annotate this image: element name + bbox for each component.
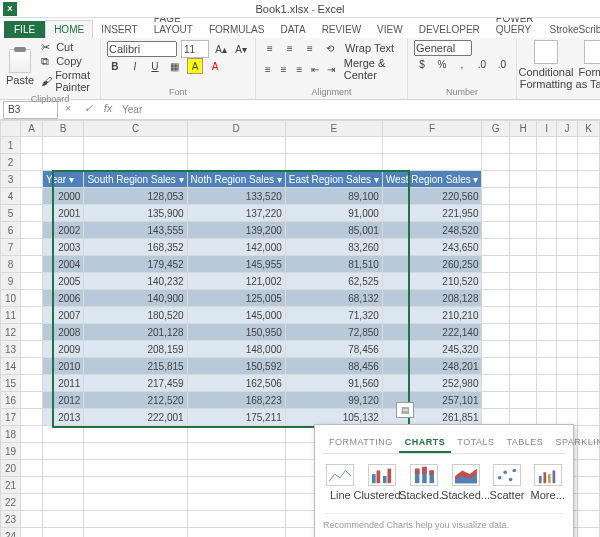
cell-E6[interactable]: 85,001	[285, 222, 382, 239]
cell-C14[interactable]: 215,815	[84, 358, 187, 375]
worksheet-grid[interactable]: ABCDEFGHIJK123Year ▾South Region Sales ▾…	[0, 120, 600, 537]
cell-I4[interactable]	[537, 188, 557, 205]
row-header-1[interactable]: 1	[1, 137, 21, 154]
cell-D23[interactable]	[187, 511, 285, 528]
cell-C13[interactable]: 208,159	[84, 341, 187, 358]
cell-C4[interactable]: 128,053	[84, 188, 187, 205]
row-header-18[interactable]: 18	[1, 426, 21, 443]
cell-H17[interactable]	[509, 409, 536, 426]
cell-G1[interactable]	[482, 137, 509, 154]
cell-C2[interactable]	[84, 154, 187, 171]
cell-I13[interactable]	[537, 341, 557, 358]
row-header-7[interactable]: 7	[1, 239, 21, 256]
cell-A24[interactable]	[21, 528, 43, 538]
cell-B13[interactable]: 2009	[42, 341, 84, 358]
cell-K23[interactable]	[578, 511, 600, 528]
cell-I6[interactable]	[537, 222, 557, 239]
cell-B2[interactable]	[42, 154, 84, 171]
cell-D4[interactable]: 133,520	[187, 188, 285, 205]
cell-D17[interactable]: 175,211	[187, 409, 285, 426]
row-header-12[interactable]: 12	[1, 324, 21, 341]
col-header-D[interactable]: D	[187, 121, 285, 137]
cell-I2[interactable]	[537, 154, 557, 171]
cell-H3[interactable]	[509, 171, 536, 188]
cell-J14[interactable]	[557, 358, 578, 375]
cell-G17[interactable]	[482, 409, 509, 426]
cell-F12[interactable]: 222,140	[382, 324, 482, 341]
tab-file[interactable]: FILE	[4, 21, 45, 38]
tab-strokescribe[interactable]: StrokeScribe	[542, 21, 600, 38]
qa-tab-tables[interactable]: TABLES	[501, 433, 550, 453]
cell-E7[interactable]: 83,260	[285, 239, 382, 256]
cell-D18[interactable]	[187, 426, 285, 443]
cell-D12[interactable]: 150,950	[187, 324, 285, 341]
cell-B23[interactable]	[42, 511, 84, 528]
col-header-J[interactable]: J	[557, 121, 578, 137]
cell-A12[interactable]	[21, 324, 43, 341]
row-header-5[interactable]: 5	[1, 205, 21, 222]
col-header-E[interactable]: E	[285, 121, 382, 137]
cell-A15[interactable]	[21, 375, 43, 392]
cell-F4[interactable]: 220,560	[382, 188, 482, 205]
cell-G11[interactable]	[482, 307, 509, 324]
cell-D10[interactable]: 125,005	[187, 290, 285, 307]
qa-tab-charts[interactable]: CHARTS	[399, 433, 452, 453]
cell-J1[interactable]	[557, 137, 578, 154]
qa-chart-more[interactable]: More...	[530, 464, 565, 501]
cell-B22[interactable]	[42, 494, 84, 511]
font-color-button[interactable]: A	[207, 58, 223, 74]
wrap-text-button[interactable]: Wrap Text	[342, 41, 397, 55]
cell-J5[interactable]	[557, 205, 578, 222]
qa-chart-line[interactable]: Line	[323, 464, 358, 501]
cell-C16[interactable]: 212,520	[84, 392, 187, 409]
cell-D22[interactable]	[187, 494, 285, 511]
cell-B9[interactable]: 2005	[42, 273, 84, 290]
cell-I11[interactable]	[537, 307, 557, 324]
cell-C21[interactable]	[84, 477, 187, 494]
cell-E14[interactable]: 88,456	[285, 358, 382, 375]
cell-D11[interactable]: 145,000	[187, 307, 285, 324]
align-right-icon[interactable]: ≡	[294, 61, 306, 77]
cell-C12[interactable]: 201,128	[84, 324, 187, 341]
conditional-formatting-button[interactable]: Conditional Formatting	[523, 40, 569, 90]
cell-K2[interactable]	[578, 154, 600, 171]
cell-H2[interactable]	[509, 154, 536, 171]
indent-increase-icon[interactable]: ⇥	[325, 61, 337, 77]
cell-J10[interactable]	[557, 290, 578, 307]
col-header-I[interactable]: I	[537, 121, 557, 137]
cell-A20[interactable]	[21, 460, 43, 477]
cell-K8[interactable]	[578, 256, 600, 273]
cell-B16[interactable]: 2012	[42, 392, 84, 409]
fx-icon[interactable]: fx	[100, 102, 116, 118]
cell-A14[interactable]	[21, 358, 43, 375]
cell-A8[interactable]	[21, 256, 43, 273]
cell-K22[interactable]	[578, 494, 600, 511]
cell-B8[interactable]: 2004	[42, 256, 84, 273]
col-header-B[interactable]: B	[42, 121, 84, 137]
cell-K24[interactable]	[578, 528, 600, 538]
cell-C8[interactable]: 179,452	[84, 256, 187, 273]
cell-G10[interactable]	[482, 290, 509, 307]
cell-E15[interactable]: 91,560	[285, 375, 382, 392]
cell-G7[interactable]	[482, 239, 509, 256]
cell-I14[interactable]	[537, 358, 557, 375]
qa-tab-sparklines[interactable]: SPARKLINES	[549, 433, 600, 453]
cell-E12[interactable]: 72,850	[285, 324, 382, 341]
tab-formulas[interactable]: FORMULAS	[201, 21, 273, 38]
cell-I3[interactable]	[537, 171, 557, 188]
col-header-G[interactable]: G	[482, 121, 509, 137]
align-top-icon[interactable]: ≡	[262, 40, 278, 56]
cell-K17[interactable]	[578, 409, 600, 426]
cell-B21[interactable]	[42, 477, 84, 494]
align-bottom-icon[interactable]: ≡	[302, 40, 318, 56]
row-header-15[interactable]: 15	[1, 375, 21, 392]
cell-A4[interactable]	[21, 188, 43, 205]
cell-K6[interactable]	[578, 222, 600, 239]
cell-J13[interactable]	[557, 341, 578, 358]
cell-G2[interactable]	[482, 154, 509, 171]
col-header-H[interactable]: H	[509, 121, 536, 137]
cell-K13[interactable]	[578, 341, 600, 358]
cell-G16[interactable]	[482, 392, 509, 409]
cell-A18[interactable]	[21, 426, 43, 443]
cell-I15[interactable]	[537, 375, 557, 392]
